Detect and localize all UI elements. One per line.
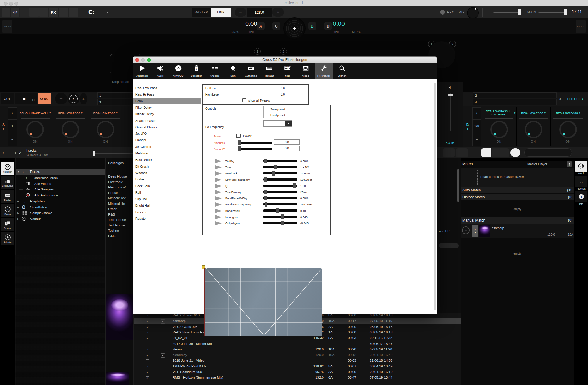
cover-art-partial[interactable] xyxy=(106,372,129,385)
expand-arrow-icon[interactable]: ▶ xyxy=(17,218,19,220)
detail-view-button[interactable] xyxy=(492,148,500,157)
fx-slot-label[interactable]: RES. LOW-PASS▾ xyxy=(88,108,123,117)
fx-slot-label[interactable]: RES. LOW-PASS▾ xyxy=(551,108,585,117)
param-expand-icon[interactable] xyxy=(215,165,222,169)
param-slider-handle[interactable] xyxy=(276,208,279,213)
fx-knob[interactable] xyxy=(559,121,577,138)
side-tab-tile[interactable]: i xyxy=(575,191,587,202)
param-slider[interactable] xyxy=(263,222,297,224)
effect-item-res-hi-pass[interactable]: Res. Hi-Pass xyxy=(133,91,201,98)
effect-item-jet-control[interactable]: Jet Control xyxy=(133,144,201,150)
param-slider[interactable] xyxy=(263,216,297,218)
genre-item-techhouse[interactable]: TechHouse xyxy=(108,224,125,227)
sidebar-item-dateien[interactable]: Dateien xyxy=(1,190,14,203)
effect-item-brake[interactable]: Brake xyxy=(133,176,201,183)
grid-view-button[interactable] xyxy=(500,148,509,157)
row-checkbox[interactable]: ✓ xyxy=(146,314,149,318)
match-item-row[interactable]: + ▲▼ ashthorp 120.0 10A xyxy=(461,224,574,238)
loop-button[interactable]: 8 xyxy=(67,93,80,104)
tab-aufnahme[interactable]: Aufnahme xyxy=(242,63,260,79)
tab-tastatur[interactable]: Tastatur xyxy=(260,63,278,79)
effect-item-roll[interactable]: Roll xyxy=(133,189,201,196)
amount-slider[interactable] xyxy=(238,142,272,144)
effect-item-back-spin[interactable]: Back Spin xyxy=(133,183,201,189)
param-slider[interactable] xyxy=(263,172,297,174)
tab-audio[interactable]: Audio xyxy=(151,63,169,79)
fx-slot-label[interactable]: ECHO + IMAGE WALL▾ xyxy=(18,108,52,117)
fx-knob[interactable] xyxy=(525,121,542,138)
table-row-steam[interactable]: ✓steam120.010A00:2007.05.19-11:20 xyxy=(134,347,463,352)
sidebar-item-autoplay[interactable]: Autoplay xyxy=(1,232,14,245)
row-checkbox[interactable] xyxy=(146,343,149,346)
auto-match-section[interactable]: Auto Match(15 xyxy=(461,187,574,193)
effect-item-filter-delay[interactable]: Filter Delay xyxy=(133,104,201,111)
expand-arrow-icon[interactable]: ▼ xyxy=(17,171,20,173)
row-checkbox[interactable]: ✓ xyxy=(146,337,149,340)
hotcue-mode-select[interactable]: HOTCUE▾ xyxy=(564,93,587,105)
fx-slot-res-low-pass[interactable]: RES. LOW-PASS▾ON xyxy=(550,107,585,146)
param-slider-handle[interactable] xyxy=(264,159,267,163)
table-scrollbar[interactable] xyxy=(457,169,459,202)
param-expand-icon[interactable] xyxy=(215,171,222,176)
param-slider-handle[interactable] xyxy=(281,214,284,219)
master-bpm-value[interactable]: 128.0 xyxy=(247,8,272,17)
table-row-2017-june-30-master-mix[interactable]: 2017 June 30 - Master Mix30.06.17-13:47 xyxy=(134,341,463,347)
xy-pad[interactable] xyxy=(204,268,322,336)
param-expand-icon[interactable] xyxy=(215,184,222,188)
param-slider[interactable] xyxy=(263,166,297,168)
fx-on-toggle[interactable]: ON xyxy=(88,140,123,143)
fx-assign-a[interactable]: A▾ xyxy=(1,123,6,131)
loop-increase-button[interactable]: + xyxy=(80,93,87,104)
row-checkbox[interactable] xyxy=(146,359,149,363)
effect-item-freezer[interactable]: Freezer xyxy=(133,209,201,215)
beat-mode-button[interactable]: 2|4 xyxy=(11,8,19,17)
bpm-decrease-button[interactable]: − xyxy=(235,8,246,17)
genre-item-techno[interactable]: Techno xyxy=(108,229,119,232)
row-checkbox[interactable]: ✓ xyxy=(146,354,149,357)
cover-art-large[interactable] xyxy=(106,294,133,340)
fx-knob[interactable] xyxy=(97,121,114,138)
deck-count-select[interactable]: 1 xyxy=(102,10,104,14)
side-tab-info[interactable]: iInfo xyxy=(574,191,588,206)
genre-header[interactable]: Beliebiges xyxy=(108,161,124,165)
tree-item-verlauf[interactable]: ▶Verlauf xyxy=(16,216,106,222)
param-slider[interactable] xyxy=(263,191,297,193)
genre-item-r-b[interactable]: R&B xyxy=(108,213,115,216)
dropdown-arrow-icon[interactable]: ▾ xyxy=(285,121,292,126)
amount-slider-handle[interactable] xyxy=(238,140,241,145)
nav-forward-icon[interactable]: › xyxy=(15,150,16,155)
chevron-down-icon[interactable]: ▾ xyxy=(107,11,108,14)
play-button[interactable]: ▶ ❙❙ xyxy=(15,93,37,104)
loop-decrease-button[interactable]: − xyxy=(55,93,67,104)
skip-forward-button[interactable] xyxy=(456,148,468,157)
param-slider[interactable] xyxy=(263,197,297,199)
genre-item-minimal-ho[interactable]: Minimal Ho xyxy=(108,202,125,205)
fx-slot-label[interactable]: RES. LOW-PASS▾ xyxy=(53,108,88,117)
list-view-button[interactable] xyxy=(481,148,491,157)
param-slider-handle[interactable] xyxy=(264,190,267,194)
param-slider[interactable] xyxy=(263,203,297,205)
sidebar-item-itunes[interactable]: ♪iTunes xyxy=(1,204,14,217)
fx-slot-res-low-pass[interactable]: RES. LOW-PASS▾ON xyxy=(88,107,123,146)
param-slider[interactable] xyxy=(263,178,297,181)
tab-collection[interactable]: ♪Collection xyxy=(188,63,206,79)
param-slider[interactable] xyxy=(263,209,297,212)
param-slider-handle[interactable] xyxy=(265,202,267,207)
tree-item-playlisten[interactable]: ▶♪Playlisten xyxy=(16,198,106,204)
side-tab-tile[interactable]: ♪ xyxy=(575,176,587,187)
cue-volume-slider[interactable] xyxy=(493,12,520,13)
row-checkbox[interactable]: ✓ xyxy=(146,326,149,329)
genre-item-tech-house[interactable]: Tech House xyxy=(108,218,126,222)
add-match-icon[interactable]: + xyxy=(462,226,470,234)
hotcue-row-2[interactable]: 2 xyxy=(473,92,557,98)
main-volume-handle[interactable] xyxy=(564,9,567,15)
side-tab-playlists[interactable]: ♪Playlists xyxy=(574,176,588,191)
param-slider-handle[interactable] xyxy=(281,221,284,225)
effect-item-bright-hall[interactable]: Bright Hall xyxy=(133,202,201,209)
deck-b-button[interactable]: B xyxy=(308,22,316,30)
stepper-icon[interactable]: ▲▼ xyxy=(567,161,572,167)
effect-item-whoosh[interactable]: Whoosh xyxy=(133,170,201,176)
fx-on-toggle[interactable]: ON xyxy=(551,140,585,143)
hotcue-clear-button[interactable]: × xyxy=(557,93,563,105)
mix-knob[interactable] xyxy=(467,7,479,19)
